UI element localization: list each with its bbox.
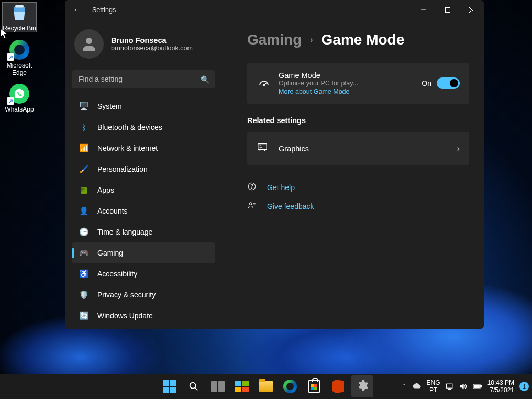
svg-point-16 xyxy=(190,383,196,389)
edge-taskbar-button[interactable] xyxy=(279,375,301,397)
sidebar-nav: 🖥️SystemᛒBluetooth & devices📶Network & i… xyxy=(72,96,215,326)
user-account-row[interactable]: Bruno Fonseca brunofonseca@outlook.com xyxy=(72,25,215,70)
battery-icon xyxy=(473,383,482,390)
desktop-icon-label: WhatsApp xyxy=(2,106,37,113)
tray-overflow-button[interactable]: ˄ xyxy=(403,383,406,390)
maximize-button[interactable] xyxy=(436,0,460,20)
microsoft-store-button[interactable] xyxy=(303,375,325,397)
sidebar-item-apps[interactable]: ▦Apps xyxy=(72,180,215,201)
desktop-icon-recycle-bin[interactable]: Recycle Bin xyxy=(2,2,37,32)
sidebar-item-accounts[interactable]: 👤Accounts xyxy=(72,201,215,221)
sidebar-item-label: Network & internet xyxy=(97,144,158,152)
more-about-game-mode-link[interactable]: More about Game Mode xyxy=(279,88,422,95)
sidebar-item-accessibility[interactable]: ♿Accessibility xyxy=(72,263,215,284)
game-mode-toggle[interactable] xyxy=(437,77,460,89)
nav-icon: 🛡️ xyxy=(79,290,89,300)
avatar xyxy=(74,29,104,59)
taskbar: ˄ ENG PT 10:43 PM 7/5/2021 1 xyxy=(0,374,532,399)
network-icon xyxy=(446,383,454,390)
sidebar-item-label: Apps xyxy=(97,186,114,194)
office-button[interactable] xyxy=(327,375,349,397)
notification-center-button[interactable]: 1 xyxy=(519,382,529,391)
sidebar-item-system[interactable]: 🖥️System xyxy=(72,96,215,117)
volume-icon xyxy=(459,383,468,390)
breadcrumb-parent[interactable]: Gaming xyxy=(247,31,302,48)
svg-point-14 xyxy=(251,188,252,189)
get-help-icon xyxy=(247,182,260,193)
sidebar-item-label: Time & language xyxy=(97,228,152,236)
get-help-link[interactable]: Get help xyxy=(267,183,295,192)
search-input[interactable] xyxy=(72,70,215,88)
whatsapp-icon: ↗ xyxy=(8,84,31,104)
card-subtitle: Optimize your PC for play... xyxy=(279,80,422,87)
sidebar: Bruno Fonseca brunofonseca@outlook.com 🔍… xyxy=(65,20,222,329)
svg-point-7 xyxy=(263,85,264,86)
clock-button[interactable]: 10:43 PM 7/5/2021 xyxy=(487,379,514,394)
desktop-icon-label: Microsoft Edge xyxy=(2,62,37,76)
sidebar-item-windows-update[interactable]: 🔄Windows Update xyxy=(72,305,215,326)
svg-rect-21 xyxy=(474,385,479,388)
nav-icon: 🕒 xyxy=(79,227,89,237)
toggle-state-label: On xyxy=(422,79,431,87)
user-name: Bruno Fonseca xyxy=(111,36,193,45)
settings-window: ← Settings Bruno Fonseca brunofonseca@ou… xyxy=(65,0,484,329)
nav-icon: 🖥️ xyxy=(79,101,89,112)
nav-icon: ▦ xyxy=(79,185,89,195)
svg-rect-0 xyxy=(15,5,24,8)
sidebar-item-time-language[interactable]: 🕒Time & language xyxy=(72,221,215,242)
task-view-button[interactable] xyxy=(207,375,229,397)
svg-point-5 xyxy=(86,38,92,44)
search-icon: 🔍 xyxy=(201,75,209,84)
minimize-button[interactable] xyxy=(412,0,436,20)
desktop-icon-label: Recycle Bin xyxy=(3,25,36,32)
desktop-icon-edge[interactable]: ↗ Microsoft Edge xyxy=(2,40,37,76)
taskbar-search-button[interactable] xyxy=(183,375,205,397)
nav-icon: 🎮 xyxy=(79,248,89,258)
graphics-label: Graphics xyxy=(279,145,457,153)
start-button[interactable] xyxy=(159,375,181,397)
chevron-right-icon: › xyxy=(310,35,313,45)
sidebar-item-label: System xyxy=(97,102,122,110)
recycle-bin-icon xyxy=(8,3,31,23)
give-feedback-icon xyxy=(247,201,260,212)
nav-icon: 🖌️ xyxy=(79,164,89,174)
titlebar: ← Settings xyxy=(65,0,484,20)
card-title: Game Mode xyxy=(279,71,422,80)
nav-icon: ᛒ xyxy=(79,122,89,132)
window-title: Settings xyxy=(92,6,116,14)
chevron-right-icon: › xyxy=(457,144,460,153)
onedrive-tray-icon[interactable] xyxy=(412,383,422,391)
close-button[interactable] xyxy=(460,0,484,20)
sidebar-item-privacy-security[interactable]: 🛡️Privacy & security xyxy=(72,284,215,305)
svg-line-17 xyxy=(195,388,198,391)
breadcrumb: Gaming › Game Mode xyxy=(247,31,469,48)
svg-rect-8 xyxy=(258,144,267,150)
svg-rect-18 xyxy=(446,384,452,388)
sidebar-item-gaming[interactable]: 🎮Gaming xyxy=(72,242,215,263)
user-email: brunofonseca@outlook.com xyxy=(111,45,193,52)
sidebar-item-label: Personalization xyxy=(97,165,148,173)
back-button[interactable]: ← xyxy=(73,5,84,15)
svg-rect-20 xyxy=(480,385,481,387)
svg-point-15 xyxy=(250,203,252,205)
widgets-button[interactable] xyxy=(231,375,253,397)
graphics-link-card[interactable]: Graphics › xyxy=(247,132,469,165)
language-button[interactable]: ENG PT xyxy=(427,379,440,394)
nav-icon: ♿ xyxy=(79,269,89,279)
sidebar-item-bluetooth-devices[interactable]: ᛒBluetooth & devices xyxy=(72,117,215,138)
sidebar-item-network-internet[interactable]: 📶Network & internet xyxy=(72,138,215,159)
svg-rect-2 xyxy=(446,8,450,13)
content-pane: Gaming › Game Mode Game Mode Optimize yo… xyxy=(222,20,484,329)
settings-taskbar-button[interactable] xyxy=(351,375,373,397)
file-explorer-button[interactable] xyxy=(255,375,277,397)
desktop-icon-whatsapp[interactable]: ↗ WhatsApp xyxy=(2,84,37,113)
give-feedback-link[interactable]: Give feedback xyxy=(267,202,314,210)
system-tray[interactable] xyxy=(446,383,482,390)
sidebar-item-personalization[interactable]: 🖌️Personalization xyxy=(72,159,215,180)
nav-icon: 🔄 xyxy=(79,311,89,321)
game-mode-card: Game Mode Optimize your PC for play... M… xyxy=(247,63,469,104)
edge-icon: ↗ xyxy=(8,40,31,60)
breadcrumb-current: Game Mode xyxy=(322,31,405,48)
speedometer-icon xyxy=(257,77,271,90)
sidebar-item-label: Accessibility xyxy=(97,270,137,278)
